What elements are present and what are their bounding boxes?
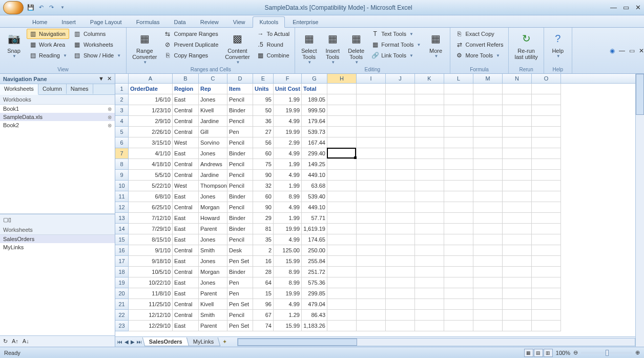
navigation-button[interactable]: ▥Navigation <box>27 29 69 39</box>
cell[interactable]: Binder <box>227 191 253 202</box>
cell[interactable] <box>386 288 415 299</box>
round-button[interactable]: .5Round <box>255 39 292 50</box>
cell[interactable]: 27 <box>253 127 274 137</box>
tab-kutools[interactable]: Kutools <box>253 16 285 28</box>
cell[interactable] <box>327 213 357 224</box>
cell[interactable]: Central <box>173 105 199 116</box>
cell[interactable]: 5/22/10 <box>129 181 173 191</box>
cell[interactable]: 1.99 <box>274 181 302 191</box>
cell[interactable]: Jardine <box>199 116 227 127</box>
column-header[interactable]: J <box>386 74 415 83</box>
column-header[interactable]: K <box>415 74 444 83</box>
cell[interactable] <box>357 245 386 256</box>
cell[interactable] <box>415 191 444 202</box>
cell[interactable] <box>327 170 357 181</box>
cell[interactable] <box>386 116 415 127</box>
row-header[interactable]: 11 <box>115 191 129 202</box>
page-break-view-icon[interactable]: ▥ <box>544 349 553 357</box>
cell[interactable]: 96 <box>253 299 274 310</box>
row-header[interactable]: 20 <box>115 288 129 299</box>
format-tools-button[interactable]: ▦Format Tools▼ <box>369 39 423 50</box>
cell[interactable] <box>503 159 532 170</box>
cell[interactable] <box>415 288 444 299</box>
cell[interactable] <box>503 181 532 191</box>
cell[interactable]: East <box>173 224 199 234</box>
cell[interactable]: 179.64 <box>302 116 327 127</box>
cell[interactable] <box>386 277 415 288</box>
cell[interactable] <box>532 181 561 191</box>
cell[interactable] <box>327 267 357 277</box>
cell[interactable]: 32 <box>253 181 274 191</box>
cell[interactable]: 2/9/10 <box>129 116 173 127</box>
cell[interactable]: 4.99 <box>274 234 302 245</box>
cell[interactable] <box>532 267 561 277</box>
cell[interactable] <box>386 256 415 267</box>
prev-sheet-icon[interactable]: ◀ <box>123 339 130 345</box>
cell[interactable]: 167.44 <box>302 137 327 148</box>
cell[interactable]: 6/8/10 <box>129 191 173 202</box>
cell[interactable]: Central <box>173 267 199 277</box>
cell[interactable] <box>415 170 444 181</box>
cell[interactable]: 12/29/10 <box>129 321 173 331</box>
cell[interactable] <box>386 105 415 116</box>
cell[interactable] <box>444 137 473 148</box>
cell[interactable]: 2/26/10 <box>129 127 173 137</box>
worksheet-item[interactable]: MyLinks <box>0 243 115 251</box>
cell[interactable]: 4.99 <box>274 170 302 181</box>
cell[interactable]: 16 <box>253 256 274 267</box>
cell[interactable]: Parent <box>199 321 227 331</box>
cell[interactable]: 7/12/10 <box>129 213 173 224</box>
row-header[interactable]: 15 <box>115 234 129 245</box>
cell[interactable] <box>357 84 386 94</box>
cell[interactable]: 11/8/10 <box>129 288 173 299</box>
tab-data[interactable]: Data <box>167 16 192 27</box>
cell[interactable] <box>473 127 503 137</box>
cell[interactable] <box>473 267 503 277</box>
cell[interactable] <box>357 148 386 159</box>
cell[interactable]: Pencil <box>227 137 253 148</box>
cell[interactable]: Binder <box>227 213 253 224</box>
cell[interactable]: Central <box>173 159 199 170</box>
cell[interactable] <box>503 170 532 181</box>
cell[interactable]: Central <box>173 127 199 137</box>
cell[interactable]: Jones <box>199 191 227 202</box>
zoom-slider[interactable] <box>581 352 632 354</box>
cell[interactable] <box>415 256 444 267</box>
cell[interactable] <box>503 234 532 245</box>
combine-button[interactable]: ▦Combine <box>255 50 292 61</box>
close-button[interactable]: ✕ <box>635 4 641 11</box>
cell[interactable]: 81 <box>253 224 274 234</box>
cell[interactable] <box>444 105 473 116</box>
cell[interactable]: East <box>173 288 199 299</box>
column-header[interactable]: H <box>327 74 357 83</box>
cell[interactable] <box>327 116 357 127</box>
cell[interactable]: East <box>173 234 199 245</box>
navpane-dropdown-icon[interactable]: ▼ <box>98 75 104 82</box>
cell[interactable] <box>386 159 415 170</box>
cell[interactable] <box>473 148 503 159</box>
cell[interactable] <box>473 299 503 310</box>
vertical-scrollbar[interactable] <box>635 74 644 347</box>
cell[interactable] <box>415 137 444 148</box>
cell[interactable] <box>473 94 503 105</box>
cell[interactable] <box>415 202 444 213</box>
cell[interactable]: 1.29 <box>274 310 302 321</box>
cell[interactable]: 56 <box>253 137 274 148</box>
cell[interactable] <box>415 299 444 310</box>
cell[interactable] <box>503 267 532 277</box>
cell[interactable] <box>415 245 444 256</box>
cell[interactable]: 299.40 <box>302 148 327 159</box>
cell[interactable]: Pen Set <box>227 321 253 331</box>
cell[interactable] <box>444 181 473 191</box>
cell[interactable]: Kivell <box>199 105 227 116</box>
cell[interactable]: 9/1/10 <box>129 245 173 256</box>
cell[interactable] <box>444 127 473 137</box>
cell[interactable]: East <box>173 94 199 105</box>
cell[interactable] <box>444 245 473 256</box>
cell[interactable]: 19.99 <box>274 105 302 116</box>
cell[interactable] <box>327 321 357 331</box>
cell[interactable]: Pencil <box>227 170 253 181</box>
cell[interactable] <box>532 116 561 127</box>
cell[interactable] <box>532 245 561 256</box>
to-actual-button[interactable]: →To Actual <box>255 29 292 39</box>
